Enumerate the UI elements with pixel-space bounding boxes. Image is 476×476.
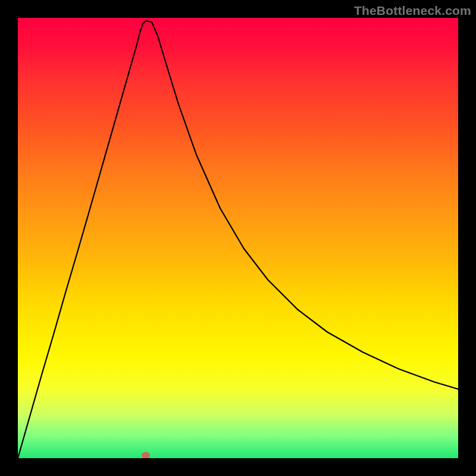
chart-frame: TheBottleneck.com — [0, 0, 476, 476]
optimum-marker — [142, 452, 150, 459]
bottleneck-curve — [18, 18, 458, 458]
source-credit: TheBottleneck.com — [354, 4, 471, 18]
plot-area — [18, 18, 458, 458]
